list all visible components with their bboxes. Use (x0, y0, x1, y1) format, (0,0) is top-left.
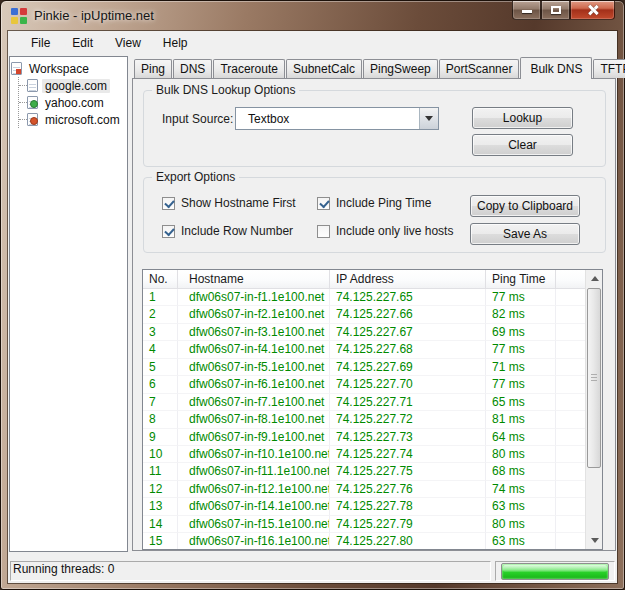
table-row[interactable]: 2 dfw06s07-in-f2.1e100.net 74.125.227.66… (143, 306, 585, 323)
cell-filler (556, 306, 585, 323)
checkbox-icon[interactable] (317, 197, 330, 210)
table-row[interactable]: 12 dfw06s07-in-f12.1e100.net 74.125.227.… (143, 481, 585, 498)
window-title: Pinkie - ipUptime.net (34, 1, 154, 30)
table-row[interactable]: 13 dfw06s07-in-f14.1e100.net 74.125.227.… (143, 498, 585, 515)
app-icon (11, 8, 27, 24)
table-row[interactable]: 10 dfw06s07-in-f10.1e100.net 74.125.227.… (143, 446, 585, 463)
progress-bar (501, 563, 609, 580)
menu-item[interactable]: Help (152, 31, 199, 55)
column-header-no[interactable]: No. (143, 270, 178, 288)
cell-hostname: dfw06s07-in-f9.1e100.net (178, 429, 330, 446)
export-checkbox[interactable]: Include only live hosts (317, 223, 453, 239)
tab[interactable]: PingSweep (363, 59, 438, 78)
table-row[interactable]: 8 dfw06s07-in-f8.1e100.net 74.125.227.72… (143, 411, 585, 428)
copy-to-clipboard-button[interactable]: Copy to Clipboard (470, 195, 580, 217)
cell-ip: 74.125.227.68 (330, 341, 486, 358)
cell-ip: 74.125.227.79 (330, 516, 486, 533)
table-row[interactable]: 11 dfw06s07-in-f11.1e100.net 74.125.227.… (143, 463, 585, 480)
menu-item[interactable]: View (104, 31, 152, 55)
tree-root-workspace[interactable]: Workspace (11, 60, 126, 77)
results-listview: No. Hostname IP Address Ping Time 1 (142, 269, 603, 550)
cell-hostname: dfw06s07-in-f12.1e100.net (178, 481, 330, 498)
workspace-tree: Workspace google.com yah (10, 57, 127, 131)
cell-no: 4 (143, 341, 178, 358)
cell-ip: 74.125.227.75 (330, 463, 486, 480)
checkbox-icon[interactable] (162, 197, 175, 210)
arrow-down-icon (591, 538, 599, 547)
title-bar[interactable]: Pinkie - ipUptime.net (1, 1, 624, 31)
scroll-down-button[interactable] (586, 532, 603, 549)
tab[interactable]: Traceroute (213, 59, 285, 78)
tree-item[interactable]: microsoft.com (19, 111, 126, 128)
arrow-up-icon (591, 272, 599, 281)
cell-filler (556, 498, 585, 515)
cell-ip: 74.125.227.67 (330, 324, 486, 341)
table-row[interactable]: 3 dfw06s07-in-f3.1e100.net 74.125.227.67… (143, 324, 585, 341)
cell-pingtime: 82 ms (486, 306, 556, 323)
table-row[interactable]: 15 dfw06s07-in-f16.1e100.net 74.125.227.… (143, 533, 585, 549)
minimize-button[interactable] (512, 1, 541, 20)
table-row[interactable]: 1 dfw06s07-in-f1.1e100.net 74.125.227.65… (143, 289, 585, 306)
save-as-button[interactable]: Save As (470, 223, 580, 245)
app-window: Pinkie - ipUptime.net FileEditViewHelp W… (0, 0, 625, 590)
bulk-dns-tab-page: Bulk DNS Lookup Options Input Source: Te… (132, 78, 616, 551)
table-row[interactable]: 6 dfw06s07-in-f6.1e100.net 74.125.227.70… (143, 376, 585, 393)
checkbox-icon[interactable] (162, 225, 175, 238)
cell-ip: 74.125.227.76 (330, 481, 486, 498)
minimize-icon (522, 10, 532, 13)
cell-hostname: dfw06s07-in-f11.1e100.net (178, 463, 330, 480)
clear-button[interactable]: Clear (472, 134, 573, 156)
cell-pingtime: 77 ms (486, 289, 556, 306)
column-header-pingtime[interactable]: Ping Time (486, 270, 556, 288)
table-row[interactable]: 4 dfw06s07-in-f4.1e100.net 74.125.227.68… (143, 341, 585, 358)
table-row[interactable]: 7 dfw06s07-in-f7.1e100.net 74.125.227.71… (143, 394, 585, 411)
scrollbar-thumb[interactable] (587, 288, 601, 468)
cell-pingtime: 63 ms (486, 498, 556, 515)
menu-item[interactable]: File (20, 31, 61, 55)
export-checkbox[interactable]: Include Ping Time (317, 195, 453, 211)
tab[interactable]: TFTP S (593, 59, 625, 78)
cell-filler (556, 429, 585, 446)
tab[interactable]: PortScanner (439, 59, 520, 78)
tab-region: Ping DNS Traceroute SubnetCalc PingSweep… (132, 56, 616, 551)
workspace-icon (11, 62, 22, 75)
tab-strip: Ping DNS Traceroute SubnetCalc PingSweep… (132, 56, 616, 78)
maximize-button[interactable] (541, 1, 570, 20)
tab[interactable]: Ping (134, 59, 172, 78)
cell-filler (556, 516, 585, 533)
tab[interactable]: Bulk DNS (520, 57, 592, 79)
export-checkbox[interactable]: Include Row Number (162, 223, 317, 239)
tab[interactable]: DNS (173, 59, 212, 78)
lookup-button[interactable]: Lookup (472, 107, 573, 129)
menu-item[interactable]: Edit (61, 31, 104, 55)
cell-hostname: dfw06s07-in-f8.1e100.net (178, 411, 330, 428)
cell-hostname: dfw06s07-in-f15.1e100.net (178, 516, 330, 533)
table-row[interactable]: 5 dfw06s07-in-f5.1e100.net 74.125.227.69… (143, 359, 585, 376)
table-row[interactable]: 14 dfw06s07-in-f15.1e100.net 74.125.227.… (143, 516, 585, 533)
cell-pingtime: 68 ms (486, 463, 556, 480)
scroll-up-button[interactable] (586, 270, 603, 287)
column-header-ip[interactable]: IP Address (330, 270, 486, 288)
client-area: FileEditViewHelp Workspace google.com (8, 31, 617, 583)
tree-item[interactable]: google.com (19, 77, 126, 94)
vertical-scrollbar[interactable] (585, 270, 602, 549)
table-row[interactable]: 9 dfw06s07-in-f9.1e100.net 74.125.227.73… (143, 429, 585, 446)
chevron-down-icon (425, 116, 433, 125)
column-header-hostname[interactable]: Hostname (178, 270, 330, 288)
host-doc-icon (27, 113, 38, 126)
cell-no: 8 (143, 411, 178, 428)
input-source-select[interactable]: Textbox (235, 107, 439, 130)
tab[interactable]: SubnetCalc (286, 59, 362, 78)
checkbox-icon[interactable] (317, 225, 330, 238)
export-checkbox[interactable]: Show Hostname First (162, 195, 317, 211)
cell-pingtime: 74 ms (486, 481, 556, 498)
cell-ip: 74.125.227.74 (330, 446, 486, 463)
close-button[interactable] (570, 1, 615, 20)
cell-hostname: dfw06s07-in-f3.1e100.net (178, 324, 330, 341)
combo-dropdown-button[interactable] (419, 108, 438, 129)
cell-ip: 74.125.227.71 (330, 394, 486, 411)
tree-item[interactable]: yahoo.com (19, 94, 126, 111)
cell-ip: 74.125.227.69 (330, 359, 486, 376)
cell-no: 9 (143, 429, 178, 446)
cell-ip: 74.125.227.66 (330, 306, 486, 323)
